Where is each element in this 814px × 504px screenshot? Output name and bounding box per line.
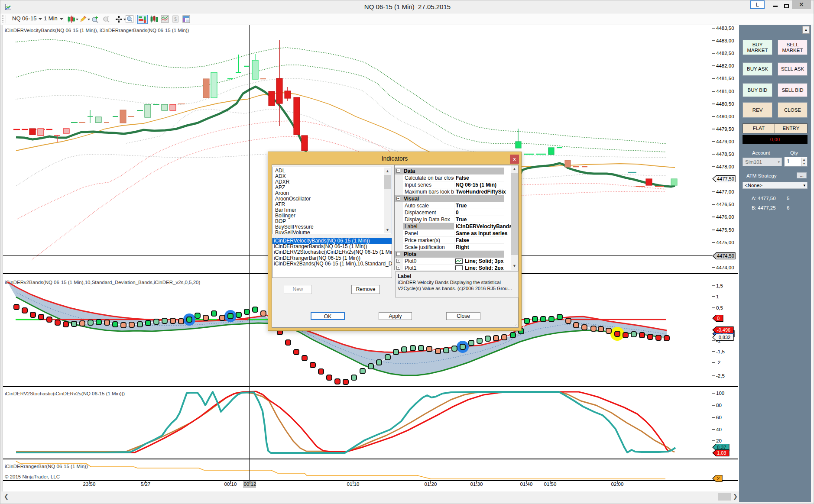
svg-text:4476,00: 4476,00 [716, 214, 734, 220]
svg-text:-2,5: -2,5 [716, 373, 725, 378]
svg-text:iCinDERVelocityBands(NQ 06-15: iCinDERVelocityBands(NQ 06-15 (1 Min)), … [5, 28, 189, 33]
svg-text:4481,50: 4481,50 [716, 76, 734, 81]
svg-text:01:20: 01:20 [425, 481, 437, 487]
svg-text:4474,50: 4474,50 [717, 253, 734, 258]
svg-text:4478,50: 4478,50 [716, 152, 734, 157]
svg-text:4475,50: 4475,50 [716, 227, 734, 233]
svg-text:4480,00: 4480,00 [716, 114, 734, 119]
svg-text:4479,00: 4479,00 [716, 139, 734, 144]
svg-text:00:10: 00:10 [224, 481, 237, 487]
svg-text:4474,00: 4474,00 [716, 265, 734, 270]
svg-text:4477,00: 4477,00 [716, 189, 734, 194]
svg-text:0,5: 0,5 [716, 305, 723, 310]
svg-text:-1,5: -1,5 [716, 349, 725, 354]
svg-text:4477,50: 4477,50 [717, 176, 734, 181]
svg-text:01:50: 01:50 [544, 481, 557, 487]
svg-text:2: 2 [717, 476, 720, 481]
svg-text:4476,50: 4476,50 [716, 202, 734, 207]
svg-text:4483,00: 4483,00 [716, 38, 734, 43]
svg-text:0: 0 [717, 316, 720, 321]
svg-text:-2: -2 [716, 360, 720, 365]
svg-text:20: 20 [716, 438, 722, 443]
svg-text:4475,00: 4475,00 [716, 240, 734, 245]
svg-text:4478,00: 4478,00 [716, 164, 734, 169]
svg-text:01:10: 01:10 [347, 481, 360, 487]
svg-text:4482,50: 4482,50 [716, 51, 734, 56]
svg-text:$: $ [174, 16, 177, 22]
svg-text:01:40: 01:40 [520, 481, 533, 487]
svg-text:-0,832: -0,832 [717, 335, 730, 340]
svg-text:4479,50: 4479,50 [716, 126, 734, 132]
svg-text:iCinDERV2Stochastic(iCinDERv2s: iCinDERV2Stochastic(iCinDERv2s(NQ 06-15 … [5, 391, 125, 396]
svg-text:02:00: 02:00 [611, 481, 624, 487]
svg-text:5/27: 5/27 [141, 481, 150, 487]
svg-text:100: 100 [716, 391, 724, 396]
svg-text:01:30: 01:30 [470, 481, 483, 487]
svg-text:1,03: 1,03 [717, 450, 726, 456]
svg-text:80: 80 [716, 403, 722, 408]
svg-text:-0,496: -0,496 [717, 327, 730, 333]
svg-text:4480,50: 4480,50 [716, 101, 734, 107]
svg-text:iCinDERv2Bands(NQ 06-15 (1 Min: iCinDERv2Bands(NQ 06-15 (1 Min),10,Stand… [5, 280, 200, 285]
svg-text:00:12: 00:12 [244, 481, 256, 487]
svg-text:© 2015 NinjaTrader, LLC: © 2015 NinjaTrader, LLC [5, 474, 60, 479]
svg-text:23:50: 23:50 [83, 481, 96, 487]
svg-text:iCinDERrangerBar(NQ 06-15 (1 M: iCinDERrangerBar(NQ 06-15 (1 Min)) [5, 464, 88, 469]
svg-text:4481,00: 4481,00 [716, 89, 734, 94]
svg-text:8,37: 8,37 [717, 445, 726, 450]
svg-text:4482,00: 4482,00 [716, 63, 734, 68]
svg-text:40: 40 [716, 427, 722, 432]
svg-text:1: 1 [716, 294, 719, 299]
svg-text:1,5: 1,5 [716, 283, 723, 288]
svg-text:4483,50: 4483,50 [716, 26, 734, 31]
svg-text:60: 60 [716, 415, 722, 420]
